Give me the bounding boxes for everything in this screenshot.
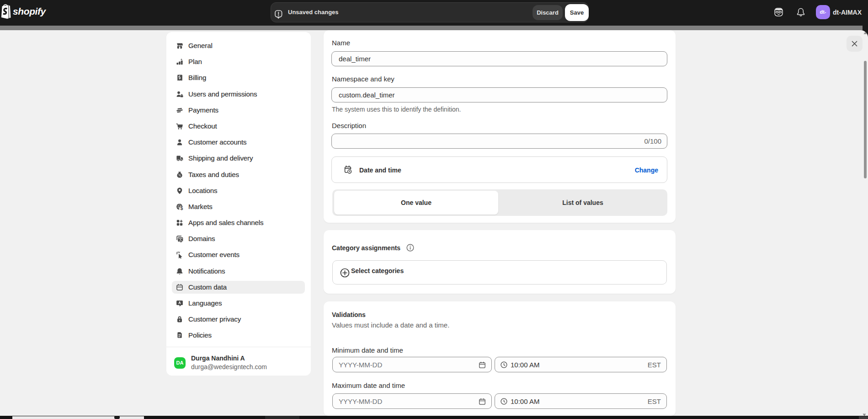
svg-text:$: $ <box>180 205 183 210</box>
